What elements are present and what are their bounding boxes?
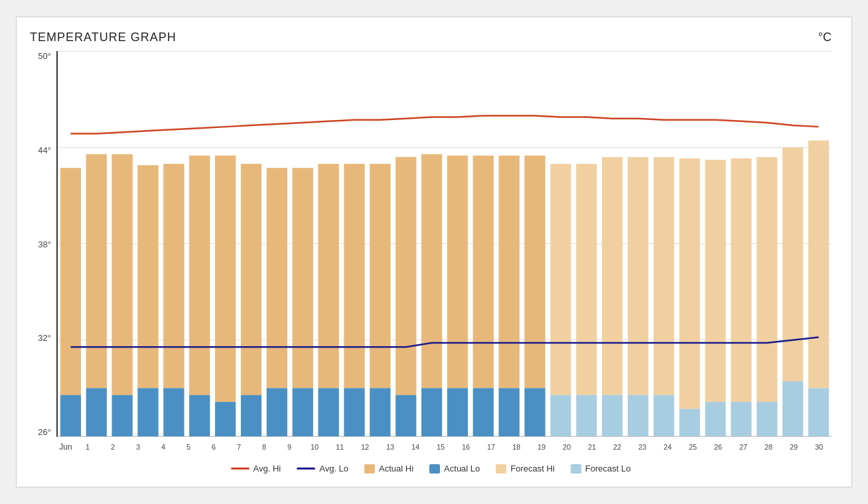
- actual-hi-bar: [499, 156, 520, 389]
- actual-lo-bar: [267, 388, 287, 436]
- actual-hi-bar: [60, 168, 81, 395]
- actual-lo-bar: [524, 388, 545, 436]
- graph-area: Jun 123456789101112131415161718192021222…: [56, 51, 832, 457]
- actual-lo-bar: [447, 388, 468, 436]
- actual-hi-bar: [447, 156, 468, 389]
- y-axis-label: 50°: [38, 51, 51, 61]
- legend-box-indicator: [364, 464, 375, 473]
- actual-lo-bar: [293, 388, 313, 436]
- actual-lo-bar: [319, 388, 339, 436]
- actual-lo-bar: [499, 388, 520, 436]
- actual-lo-bar: [215, 402, 236, 436]
- actual-hi-bar: [524, 156, 545, 389]
- legend-item: Forecast Hi: [496, 464, 554, 473]
- legend-label: Actual Lo: [444, 464, 480, 473]
- actual-hi-bar: [370, 164, 390, 388]
- actual-hi-bar: [319, 164, 339, 388]
- actual-lo-bar: [241, 395, 261, 436]
- legend-label: Avg. Lo: [319, 464, 348, 473]
- grid-and-bars: [56, 51, 832, 437]
- actual-hi-bar: [163, 164, 184, 388]
- legend-label: Forecast Hi: [510, 464, 554, 473]
- x-axis-label: 26: [705, 443, 731, 451]
- x-axis-label: 10: [302, 443, 327, 451]
- chart-body: 50°44°38°32°26° Jun 12345678910111213141…: [30, 51, 832, 457]
- forecast-lo-bar: [782, 381, 803, 436]
- forecast-hi-bar: [731, 158, 751, 402]
- forecast-hi-bar: [550, 164, 571, 395]
- legend-line-indicator: [231, 468, 250, 470]
- actual-lo-bar: [396, 395, 416, 436]
- x-axis-label: 27: [731, 443, 756, 451]
- actual-hi-bar: [137, 165, 158, 388]
- x-axis-label: 14: [403, 443, 428, 451]
- actual-hi-bar: [344, 164, 364, 388]
- forecast-lo-bar: [705, 402, 726, 436]
- forecast-hi-bar: [576, 164, 597, 395]
- actual-hi-bar: [215, 156, 236, 402]
- actual-lo-bar: [421, 388, 442, 436]
- forecast-lo-bar: [602, 395, 622, 436]
- forecast-hi-bar: [757, 157, 777, 402]
- legend-box-indicator: [496, 464, 506, 473]
- forecast-lo-bar: [680, 409, 700, 437]
- x-axis-label: 23: [630, 443, 655, 451]
- legend-box-indicator: [571, 464, 581, 473]
- legend-item: Actual Lo: [429, 464, 480, 473]
- x-axis-label: 6: [201, 443, 226, 451]
- actual-lo-bar: [60, 395, 81, 436]
- actual-hi-bar: [473, 156, 494, 389]
- forecast-lo-bar: [628, 395, 648, 436]
- y-axis-label: 38°: [38, 239, 51, 249]
- x-axis-label: 19: [529, 443, 554, 451]
- x-axis-label: 18: [504, 443, 529, 451]
- actual-lo-bar: [86, 388, 107, 436]
- actual-hi-bar: [189, 156, 210, 395]
- actual-hi-bar: [396, 157, 416, 395]
- forecast-hi-bar: [782, 147, 803, 381]
- bars-svg: [58, 51, 832, 436]
- x-labels: 1234567891011121314151617181920212223242…: [75, 443, 832, 451]
- x-axis-label: 22: [605, 443, 630, 451]
- x-axis-label: 2: [100, 443, 125, 451]
- y-axis-label: 26°: [38, 427, 51, 437]
- x-axis-label: 15: [428, 443, 453, 451]
- x-axis-label: 24: [655, 443, 680, 451]
- forecast-hi-bar: [808, 141, 829, 389]
- x-axis-label: 25: [680, 443, 705, 451]
- legend: Avg. HiAvg. LoActual HiActual LoForecast…: [30, 464, 832, 473]
- legend-label: Actual Hi: [379, 464, 413, 473]
- chart-header: TEMPERATURE GRAPH °C: [30, 31, 832, 44]
- x-axis-label: 4: [151, 443, 176, 451]
- x-axis-label: 29: [781, 443, 806, 451]
- forecast-hi-bar: [680, 158, 700, 409]
- x-axis-label: 30: [806, 443, 832, 451]
- actual-lo-bar: [473, 388, 494, 436]
- x-axis-label: 11: [327, 443, 352, 451]
- actual-lo-bar: [163, 388, 184, 436]
- y-axis-label: 44°: [38, 145, 51, 155]
- actual-hi-bar: [86, 155, 107, 389]
- actual-lo-bar: [370, 388, 390, 436]
- legend-line-indicator: [297, 468, 315, 470]
- y-axis: 50°44°38°32°26°: [30, 51, 56, 457]
- legend-item: Forecast Lo: [571, 464, 631, 473]
- x-axis-label: 13: [378, 443, 403, 451]
- forecast-hi-bar: [602, 157, 622, 395]
- chart-container: TEMPERATURE GRAPH °C 50°44°38°32°26° Jun…: [16, 17, 852, 487]
- chart-title: TEMPERATURE GRAPH: [30, 31, 177, 44]
- actual-lo-bar: [189, 395, 210, 436]
- avg-hi-line: [70, 116, 818, 134]
- forecast-lo-bar: [757, 402, 777, 436]
- x-month-label: Jun: [56, 442, 75, 452]
- forecast-lo-bar: [550, 395, 571, 436]
- x-axis-label: 5: [176, 443, 201, 451]
- actual-lo-bar: [112, 395, 133, 436]
- actual-lo-bar: [344, 388, 364, 436]
- x-axis-label: 8: [252, 443, 277, 451]
- actual-hi-bar: [241, 164, 261, 395]
- x-axis: Jun 123456789101112131415161718192021222…: [56, 437, 832, 457]
- forecast-lo-bar: [654, 395, 674, 436]
- legend-label: Forecast Lo: [585, 464, 631, 473]
- x-axis-label: 16: [453, 443, 478, 451]
